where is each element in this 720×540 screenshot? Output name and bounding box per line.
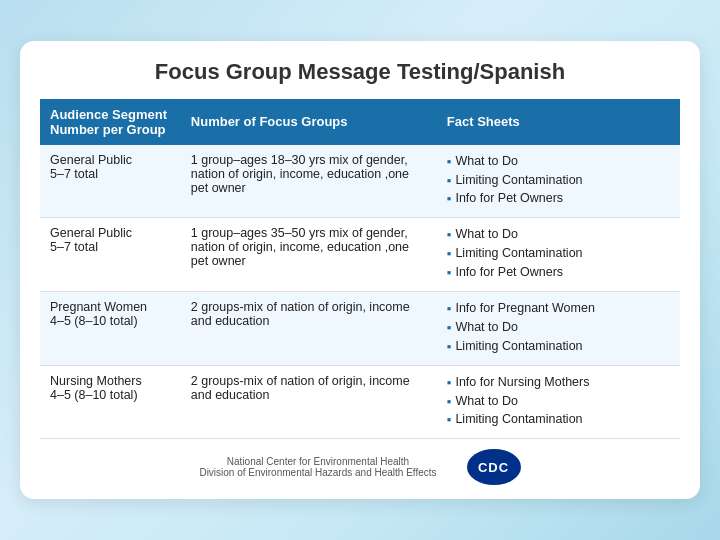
bullet-icon: ▪ [447, 412, 452, 429]
table-row: Pregnant Women 4–5 (8–10 total)2 groups-… [40, 292, 680, 366]
fact-text: Info for Pet Owners [455, 191, 563, 205]
cell-facts: ▪What to Do▪Limiting Contamination▪Info … [437, 218, 680, 292]
data-table: Audience Segment Number per Group Number… [40, 99, 680, 440]
table-row: General Public 5–7 total1 group–ages 35–… [40, 218, 680, 292]
fact-text: Limiting Contamination [455, 412, 582, 426]
list-item: ▪Info for Pet Owners [447, 264, 670, 283]
cell-segment: General Public 5–7 total [40, 145, 181, 218]
cell-groups: 2 groups-mix of nation of origin, income… [181, 292, 437, 366]
list-item: ▪Limiting Contamination [447, 245, 670, 264]
footer: National Center for Environmental Health… [40, 449, 680, 485]
cell-groups: 1 group–ages 18–30 yrs mix of gender, na… [181, 145, 437, 218]
cell-segment: Nursing Mothers 4–5 (8–10 total) [40, 365, 181, 439]
list-item: ▪What to Do [447, 226, 670, 245]
cell-groups: 2 groups-mix of nation of origin, income… [181, 365, 437, 439]
cdc-logo: CDC [467, 449, 521, 485]
bullet-icon: ▪ [447, 191, 452, 208]
fact-text: Limiting Contamination [455, 246, 582, 260]
list-item: ▪Info for Pet Owners [447, 190, 670, 209]
list-item: ▪Info for Pregnant Women [447, 300, 670, 319]
footer-line1: National Center for Environmental Health [227, 456, 409, 467]
cell-segment: General Public 5–7 total [40, 218, 181, 292]
bullet-icon: ▪ [447, 265, 452, 282]
bullet-icon: ▪ [447, 375, 452, 392]
bullet-icon: ▪ [447, 154, 452, 171]
fact-text: Info for Pregnant Women [455, 301, 594, 315]
fact-text: What to Do [455, 154, 518, 168]
fact-text: Limiting Contamination [455, 339, 582, 353]
footer-line2: Division of Environmental Hazards and He… [199, 467, 436, 478]
cell-facts: ▪Info for Nursing Mothers▪What to Do▪Lim… [437, 365, 680, 439]
table-row: Nursing Mothers 4–5 (8–10 total)2 groups… [40, 365, 680, 439]
fact-text: What to Do [455, 394, 518, 408]
list-item: ▪Info for Nursing Mothers [447, 374, 670, 393]
list-item: ▪What to Do [447, 153, 670, 172]
bullet-icon: ▪ [447, 227, 452, 244]
cell-facts: ▪Info for Pregnant Women▪What to Do▪Limi… [437, 292, 680, 366]
bullet-icon: ▪ [447, 320, 452, 337]
col-header-facts: Fact Sheets [437, 99, 680, 145]
cell-facts: ▪What to Do▪Limiting Contamination▪Info … [437, 145, 680, 218]
list-item: ▪Limiting Contamination [447, 338, 670, 357]
bullet-icon: ▪ [447, 301, 452, 318]
list-item: ▪What to Do [447, 319, 670, 338]
page-title: Focus Group Message Testing/Spanish [40, 59, 680, 85]
list-item: ▪What to Do [447, 393, 670, 412]
col-header-groups: Number of Focus Groups [181, 99, 437, 145]
col-header-segment: Audience Segment Number per Group [40, 99, 181, 145]
cell-segment: Pregnant Women 4–5 (8–10 total) [40, 292, 181, 366]
fact-text: What to Do [455, 227, 518, 241]
cell-groups: 1 group–ages 35–50 yrs mix of gender, na… [181, 218, 437, 292]
bullet-icon: ▪ [447, 246, 452, 263]
fact-text: Info for Pet Owners [455, 265, 563, 279]
table-row: General Public 5–7 total1 group–ages 18–… [40, 145, 680, 218]
fact-text: Info for Nursing Mothers [455, 375, 589, 389]
list-item: ▪Limiting Contamination [447, 411, 670, 430]
fact-text: Limiting Contamination [455, 173, 582, 187]
bullet-icon: ▪ [447, 173, 452, 190]
fact-text: What to Do [455, 320, 518, 334]
list-item: ▪Limiting Contamination [447, 172, 670, 191]
bullet-icon: ▪ [447, 394, 452, 411]
main-card: Focus Group Message Testing/Spanish Audi… [20, 41, 700, 500]
footer-text: National Center for Environmental Health… [199, 456, 436, 478]
bullet-icon: ▪ [447, 339, 452, 356]
